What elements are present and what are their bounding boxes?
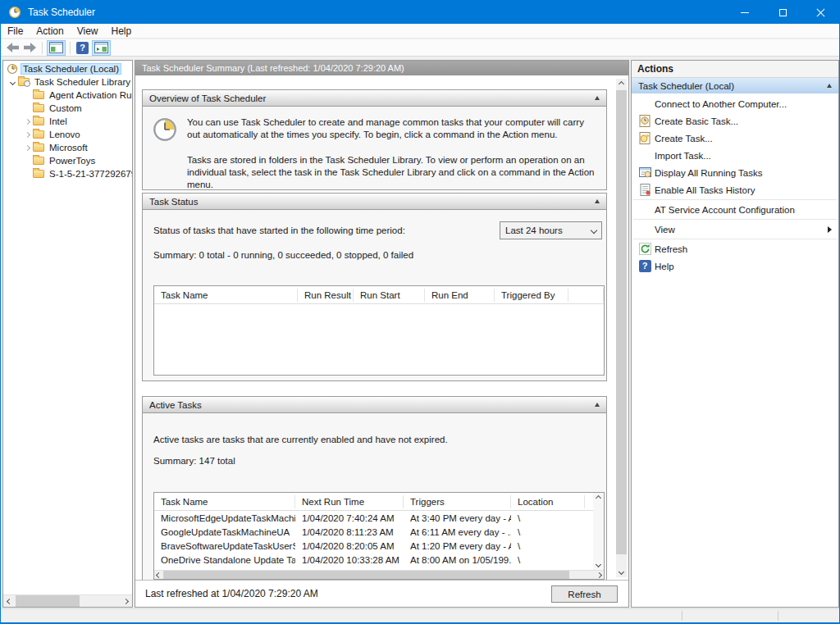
action-help[interactable]: ? Help bbox=[632, 257, 838, 275]
tree-item-label: Custom bbox=[48, 103, 84, 113]
forward-arrow-icon bbox=[24, 43, 36, 52]
folder-icon bbox=[33, 104, 44, 112]
refresh-button[interactable]: Refresh bbox=[551, 585, 618, 603]
expand-collapse-caret[interactable] bbox=[21, 133, 33, 137]
action-display-all-running-tasks[interactable]: Display All Running Tasks bbox=[632, 164, 838, 181]
action-enable-all-tasks-history[interactable]: Enable All Tasks History bbox=[632, 181, 838, 198]
scroll-up-arrow[interactable] bbox=[616, 79, 627, 89]
status-bar-divider bbox=[682, 611, 682, 621]
action-connect-to-another-computer[interactable]: Connect to Another Computer... bbox=[632, 95, 838, 112]
submenu-arrow-icon bbox=[828, 226, 832, 233]
table-row[interactable]: MicrosoftEdgeUpdateTaskMachine...1/04/20… bbox=[154, 511, 593, 525]
column-header[interactable]: Triggered By bbox=[495, 289, 568, 302]
action-pane-icon bbox=[94, 42, 108, 53]
last-refreshed-text: Last refreshed at 1/04/2020 7:29:20 AM bbox=[145, 588, 318, 599]
actions-separator bbox=[633, 239, 837, 239]
scroll-left-arrow[interactable] bbox=[154, 571, 163, 580]
collapse-icon[interactable] bbox=[595, 403, 600, 407]
menu-action[interactable]: Action bbox=[30, 24, 70, 39]
scope-tree: Task Scheduler (Local) Task Scheduler Li… bbox=[3, 62, 132, 594]
status-bar bbox=[1, 608, 839, 622]
tree-item-microsoft[interactable]: Microsoft bbox=[3, 141, 132, 154]
scroll-up-arrow[interactable] bbox=[593, 493, 604, 503]
show-console-tree-button[interactable] bbox=[47, 40, 66, 56]
summary-vertical-scrollbar[interactable] bbox=[616, 79, 627, 577]
scroll-left-arrow[interactable] bbox=[3, 595, 16, 608]
tree-item-lenovo[interactable]: Lenovo bbox=[3, 128, 132, 141]
expand-collapse-caret[interactable] bbox=[7, 80, 18, 84]
scrollbar-thumb[interactable] bbox=[16, 595, 80, 607]
menu-help[interactable]: Help bbox=[105, 24, 139, 39]
collapse-icon[interactable] bbox=[827, 84, 832, 88]
task-status-section: Task Status Status of tasks that have st… bbox=[142, 193, 607, 381]
column-header[interactable]: Next Run Time bbox=[295, 495, 404, 508]
action-view[interactable]: View bbox=[632, 221, 838, 238]
scroll-down-arrow[interactable] bbox=[593, 559, 604, 570]
tree-item-sid[interactable]: S-1-5-21-3772926790- bbox=[3, 167, 132, 180]
task-status-section-header[interactable]: Task Status bbox=[143, 194, 606, 210]
results-pane-header: Task Scheduler Summary (Last refreshed: … bbox=[135, 61, 628, 75]
scrollbar-thumb[interactable] bbox=[163, 571, 569, 579]
scroll-right-arrow[interactable] bbox=[595, 571, 604, 580]
forward-button[interactable] bbox=[22, 40, 38, 56]
table-horizontal-scrollbar[interactable] bbox=[154, 570, 604, 579]
expand-collapse-caret[interactable] bbox=[21, 146, 33, 150]
table-vertical-scrollbar[interactable] bbox=[593, 493, 604, 570]
action-create-task[interactable]: Create Task... bbox=[632, 130, 838, 147]
tree-item-task-scheduler-local[interactable]: Task Scheduler (Local) bbox=[3, 62, 132, 75]
minimize-icon bbox=[741, 12, 749, 13]
table-row[interactable]: BraveSoftwareUpdateTaskUserS-1-...1/04/2… bbox=[154, 539, 593, 553]
column-header[interactable]: Run End bbox=[425, 289, 495, 302]
column-header[interactable]: Run Result bbox=[298, 289, 354, 302]
show-action-pane-button[interactable] bbox=[92, 40, 111, 56]
tree-item-intel[interactable]: Intel bbox=[3, 115, 132, 128]
menu-view[interactable]: View bbox=[71, 24, 105, 39]
tree-item-label: S-1-5-21-3772926790- bbox=[48, 169, 132, 179]
active-tasks-summary-line: Summary: 147 total bbox=[153, 456, 235, 466]
overview-section-header[interactable]: Overview of Task Scheduler bbox=[143, 90, 606, 107]
expand-collapse-caret[interactable] bbox=[21, 120, 33, 124]
scroll-right-arrow[interactable] bbox=[120, 595, 132, 608]
action-create-basic-task[interactable]: Create Basic Task... bbox=[632, 112, 838, 130]
close-button[interactable] bbox=[801, 1, 839, 24]
overview-paragraph-2: Tasks are stored in folders in the Task … bbox=[187, 154, 600, 191]
tree-item-task-scheduler-library[interactable]: Task Scheduler Library bbox=[3, 75, 132, 89]
scroll-down-arrow[interactable] bbox=[616, 567, 627, 577]
toolbar-separator bbox=[70, 42, 71, 54]
column-header[interactable]: Triggers bbox=[404, 495, 511, 508]
column-header[interactable]: Task Name bbox=[154, 289, 298, 302]
scrollbar-thumb[interactable] bbox=[616, 90, 627, 554]
maximize-button[interactable] bbox=[764, 1, 801, 24]
window-title: Task Scheduler bbox=[28, 7, 95, 18]
minimize-button[interactable] bbox=[726, 1, 764, 24]
action-import-task[interactable]: Import Task... bbox=[632, 147, 838, 164]
column-header[interactable]: Task Name bbox=[154, 495, 295, 508]
action-refresh[interactable]: Refresh bbox=[632, 240, 838, 257]
toolbar-separator bbox=[42, 42, 43, 54]
tree-item-powertoys[interactable]: PowerToys bbox=[3, 154, 132, 167]
active-tasks-section-header[interactable]: Active Tasks bbox=[143, 397, 606, 413]
table-row[interactable]: OneDrive Standalone Update Task-...1/04/… bbox=[154, 553, 593, 567]
column-header[interactable]: Run Start bbox=[354, 289, 425, 302]
collapse-icon[interactable] bbox=[595, 199, 600, 203]
table-row[interactable]: GoogleUpdateTaskMachineUA1/04/2020 8:11:… bbox=[154, 525, 593, 539]
time-period-dropdown[interactable]: Last 24 hours bbox=[500, 221, 602, 239]
tree-horizontal-scrollbar[interactable] bbox=[3, 594, 132, 607]
folder-icon bbox=[33, 157, 44, 165]
collapse-icon[interactable] bbox=[595, 96, 600, 100]
tree-item-custom[interactable]: Custom bbox=[3, 102, 132, 115]
actions-group-header[interactable]: Task Scheduler (Local) bbox=[632, 78, 838, 93]
column-header[interactable]: Location bbox=[511, 495, 585, 508]
help-toolbar-button[interactable]: ? bbox=[75, 40, 90, 56]
console-tree-icon bbox=[49, 42, 63, 53]
folder-icon bbox=[33, 170, 44, 178]
maximize-icon bbox=[779, 9, 787, 16]
menu-file[interactable]: File bbox=[1, 24, 30, 39]
chevron-down-icon bbox=[591, 227, 597, 234]
summary-footer: Last refreshed at 1/04/2020 7:29:20 AM R… bbox=[135, 580, 628, 607]
workspace: Task Scheduler (Local) Task Scheduler Li… bbox=[1, 57, 839, 608]
clock-icon bbox=[7, 63, 18, 75]
tree-item-agent-activation[interactable]: Agent Activation Runt bbox=[3, 89, 132, 102]
back-button[interactable] bbox=[5, 40, 21, 56]
action-at-service-account-configuration[interactable]: AT Service Account Configuration bbox=[632, 201, 838, 218]
